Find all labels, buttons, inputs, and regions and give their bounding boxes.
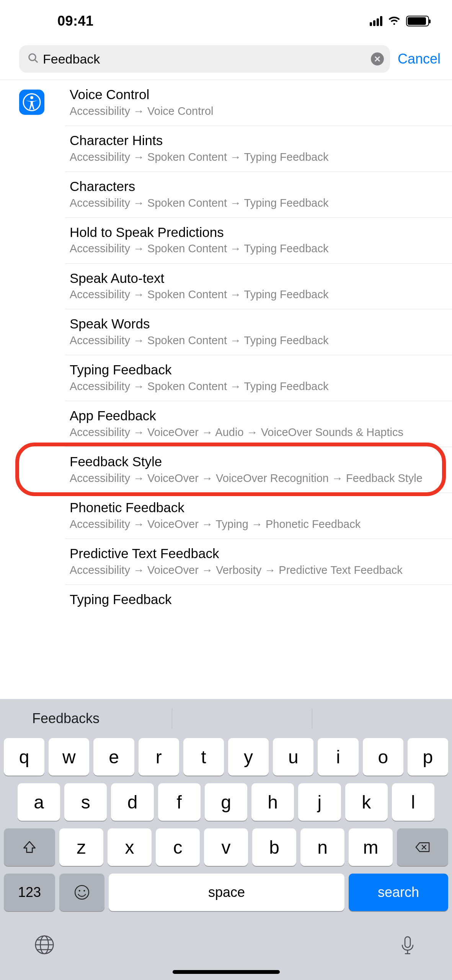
result-title: Phonetic Feedback [70, 499, 441, 516]
globe-icon[interactable] [34, 934, 55, 957]
svg-point-8 [75, 885, 89, 899]
key-j[interactable]: j [298, 783, 341, 821]
cellular-signal-icon [370, 16, 382, 26]
status-icons [370, 15, 429, 27]
search-key[interactable]: search [349, 874, 448, 911]
cancel-button[interactable]: Cancel [398, 51, 441, 67]
result-title: Feedback Style [70, 453, 441, 470]
key-y[interactable]: y [228, 738, 269, 776]
status-time: 09:41 [57, 13, 94, 29]
status-bar: 09:41 [0, 0, 452, 42]
mic-icon[interactable] [397, 934, 418, 957]
keyboard: Feedbacks qwertyuiop asdfghjkl zxcvbnm 1… [0, 699, 452, 980]
clear-search-button[interactable] [371, 52, 384, 65]
key-t[interactable]: t [183, 738, 224, 776]
result-path: Accessibility → Spoken Content → Typing … [70, 287, 441, 302]
result-path: Accessibility → Spoken Content → Typing … [70, 241, 441, 256]
key-r[interactable]: r [139, 738, 179, 776]
search-result-row[interactable]: Voice ControlAccessibility → Voice Contr… [65, 80, 452, 126]
search-result-row[interactable]: Predictive Text FeedbackAccessibility → … [65, 539, 452, 585]
search-result-row[interactable]: Feedback StyleAccessibility → VoiceOver … [65, 447, 452, 493]
key-d[interactable]: d [111, 783, 153, 821]
svg-point-9 [79, 890, 80, 892]
svg-point-10 [83, 890, 85, 892]
svg-point-0 [29, 54, 36, 61]
key-a[interactable]: a [18, 783, 60, 821]
search-icon [28, 52, 39, 65]
search-result-row[interactable]: Hold to Speak PredictionsAccessibility →… [65, 218, 452, 264]
search-result-row[interactable]: CharactersAccessibility → Spoken Content… [65, 172, 452, 218]
keyboard-row-1: qwertyuiop [0, 738, 452, 776]
home-indicator [173, 970, 280, 974]
battery-icon [406, 16, 429, 26]
keyboard-suggestions: Feedbacks [0, 699, 452, 738]
result-path: Accessibility → Voice Control [70, 104, 441, 119]
result-title: Typing Feedback [70, 591, 441, 608]
backspace-key[interactable] [397, 828, 448, 866]
result-path: Accessibility → VoiceOver → Verbosity → … [70, 563, 441, 578]
result-title: Character Hints [70, 132, 441, 149]
search-results-list: Voice ControlAccessibility → Voice Contr… [0, 80, 452, 608]
key-e[interactable]: e [93, 738, 134, 776]
accessibility-app-icon [19, 90, 44, 115]
key-n[interactable]: n [300, 828, 344, 866]
result-title: Predictive Text Feedback [70, 545, 441, 562]
search-result-row[interactable]: Phonetic FeedbackAccessibility → VoiceOv… [65, 493, 452, 539]
result-title: Speak Auto-text [70, 270, 441, 287]
key-l[interactable]: l [392, 783, 434, 821]
result-path: Accessibility → Spoken Content → Typing … [70, 150, 441, 165]
result-title: App Feedback [70, 407, 441, 424]
key-x[interactable]: x [108, 828, 152, 866]
space-key[interactable]: space [109, 874, 344, 911]
key-w[interactable]: w [49, 738, 89, 776]
keyboard-row-3: zxcvbnm [0, 828, 452, 866]
search-result-row[interactable]: Typing Feedback [65, 585, 452, 608]
wifi-icon [388, 15, 401, 27]
keyboard-row-2: asdfghjkl [0, 783, 452, 821]
search-header: Cancel [0, 42, 452, 80]
key-h[interactable]: h [251, 783, 294, 821]
suggestion-1[interactable]: Feedbacks [0, 710, 172, 727]
svg-line-1 [35, 60, 38, 63]
key-k[interactable]: k [345, 783, 388, 821]
svg-rect-14 [405, 937, 410, 947]
emoji-key[interactable] [59, 874, 104, 911]
key-v[interactable]: v [204, 828, 248, 866]
result-path: Accessibility → VoiceOver → Audio → Voic… [70, 425, 441, 440]
key-f[interactable]: f [158, 783, 201, 821]
result-title: Typing Feedback [70, 361, 441, 378]
search-result-row[interactable]: App FeedbackAccessibility → VoiceOver → … [65, 401, 452, 447]
search-result-row[interactable]: Character HintsAccessibility → Spoken Co… [65, 126, 452, 172]
key-q[interactable]: q [4, 738, 44, 776]
numbers-key[interactable]: 123 [4, 874, 55, 911]
key-p[interactable]: p [408, 738, 448, 776]
result-path: Accessibility → Spoken Content → Typing … [70, 379, 441, 394]
search-results-area: Voice ControlAccessibility → Voice Contr… [0, 80, 452, 699]
keyboard-bottom-row: 123 space search [0, 874, 452, 911]
search-result-row[interactable]: Speak WordsAccessibility → Spoken Conten… [65, 309, 452, 355]
search-result-row[interactable]: Typing FeedbackAccessibility → Spoken Co… [65, 355, 452, 401]
key-c[interactable]: c [156, 828, 200, 866]
result-path: Accessibility → Spoken Content → Typing … [70, 196, 441, 211]
result-path: Accessibility → VoiceOver → Typing → Pho… [70, 517, 441, 532]
shift-key[interactable] [4, 828, 55, 866]
search-field[interactable] [19, 45, 390, 73]
result-path: Accessibility → Spoken Content → Typing … [70, 333, 441, 348]
result-title: Speak Words [70, 315, 441, 332]
result-path: Accessibility → VoiceOver → VoiceOver Re… [70, 471, 441, 486]
key-z[interactable]: z [59, 828, 103, 866]
search-result-row[interactable]: Speak Auto-textAccessibility → Spoken Co… [65, 264, 452, 310]
key-g[interactable]: g [205, 783, 247, 821]
result-title: Voice Control [70, 86, 441, 103]
result-title: Characters [70, 178, 441, 195]
key-m[interactable]: m [349, 828, 393, 866]
key-i[interactable]: i [318, 738, 358, 776]
keyboard-toolbar [0, 915, 452, 976]
key-b[interactable]: b [252, 828, 296, 866]
search-input[interactable] [39, 52, 371, 67]
key-u[interactable]: u [273, 738, 313, 776]
key-s[interactable]: s [64, 783, 107, 821]
svg-point-5 [30, 96, 33, 99]
result-title: Hold to Speak Predictions [70, 224, 441, 241]
key-o[interactable]: o [363, 738, 403, 776]
